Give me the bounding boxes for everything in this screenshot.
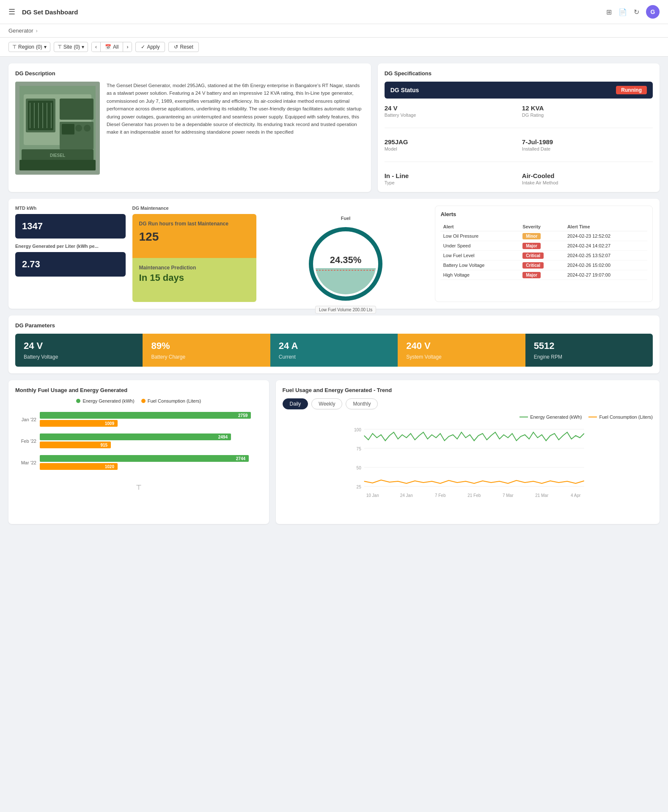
- trend-chart-svg-container: 100 75 50 25 10 Jan 24 Jan 7 Feb 21 Feb: [283, 423, 653, 517]
- bar-wrap-energy-feb22: 2494: [40, 433, 262, 440]
- dg-status-bar: DG Status Running: [385, 82, 653, 99]
- reset-button[interactable]: ↺ Reset: [168, 42, 198, 52]
- dg-maintenance-section: DG Maintenance DG Run hours from last Ma…: [132, 206, 256, 302]
- spec-divider-1: [385, 128, 653, 128]
- nav-prev-button[interactable]: ‹: [92, 42, 100, 52]
- spec-label-dg-rating: DG Rating: [522, 112, 653, 118]
- region-value: (0): [36, 44, 42, 50]
- maintenance-run-hours-card: DG Run hours from last Maintenance 125: [132, 214, 256, 258]
- param-battery-voltage: 24 V Battery Voltage: [15, 334, 143, 367]
- prediction-label: Maintenance Prediction: [139, 265, 250, 271]
- nav-period-label: All: [113, 44, 118, 50]
- trend-tab-daily[interactable]: Daily: [283, 398, 308, 409]
- param-value-battery-charge: 89%: [151, 340, 261, 351]
- trend-tab-monthly[interactable]: Monthly: [346, 398, 378, 409]
- date-nav-group: ‹ 📅 All ›: [91, 42, 132, 52]
- bar-label-mar22: Mar '22: [15, 460, 36, 465]
- refresh-icon[interactable]: ↻: [634, 8, 639, 16]
- bar-group-feb22: Feb '22 2494 915: [15, 433, 262, 448]
- funnel-icon: ⊤: [136, 484, 142, 491]
- spec-value-intake-air: Air-Cooled: [522, 172, 653, 179]
- fuel-label: Low Fuel Volume 200.00 Lts: [315, 306, 376, 314]
- region-filter[interactable]: ⊤ Region (0) ▾: [8, 42, 50, 52]
- svg-rect-16: [19, 160, 96, 170]
- dg-parameters-card: DG Parameters 24 V Battery Voltage 89% B…: [8, 315, 660, 373]
- spec-model: 295JAG Model: [385, 138, 515, 151]
- svg-point-13: [75, 125, 82, 132]
- alert-severity-3: Critical: [520, 251, 565, 261]
- filter-icon: ⊤: [12, 44, 16, 50]
- alert-row-5: High Voltage Major 2024-02-27 19:07:00: [440, 270, 647, 280]
- energy-line: [364, 432, 584, 441]
- site-chevron-icon: ▾: [82, 44, 84, 50]
- trend-legend-energy: Energy Generated (kWh): [520, 414, 582, 420]
- apply-button[interactable]: ✓ Apply: [135, 42, 165, 52]
- trend-legend-fuel-label: Fuel Consumption (Liters): [599, 414, 653, 420]
- trend-tab-weekly[interactable]: Weekly: [311, 398, 342, 409]
- trend-legend-energy-label: Energy Generated (kWh): [530, 414, 582, 420]
- alerts-section: Alerts Alert Severity Alert Time Low Oil…: [435, 206, 653, 302]
- spec-divider-2: [385, 162, 653, 162]
- fuel-section: Fuel 24.35% Low Fuel Volume: [263, 206, 429, 302]
- document-icon[interactable]: 📄: [619, 8, 627, 16]
- spec-label-type: Type: [385, 180, 515, 185]
- reset-icon: ↺: [174, 44, 178, 50]
- param-label-battery-voltage: Battery Voltage: [24, 354, 134, 360]
- bars-col-feb22: 2494 915: [40, 433, 262, 448]
- bar-fuel-jan22: 1009: [40, 420, 118, 427]
- legend-energy-label: Energy Generated (kWh): [82, 398, 134, 403]
- prediction-value: In 15 days: [139, 272, 250, 283]
- breadcrumb-generator-link[interactable]: Generator: [8, 27, 33, 34]
- nav-next-button[interactable]: ›: [123, 42, 132, 52]
- hamburger-menu-icon[interactable]: ☰: [8, 7, 15, 16]
- spec-label-battery-voltage: Battery Voltage: [385, 112, 515, 118]
- alerts-table: Alert Severity Alert Time Low Oil Pressu…: [440, 222, 647, 280]
- param-value-battery-voltage: 24 V: [24, 340, 134, 351]
- avatar[interactable]: G: [646, 5, 660, 19]
- run-hours-label: DG Run hours from last Maintenance: [139, 221, 250, 227]
- svg-text:21 Feb: 21 Feb: [467, 493, 481, 498]
- legend-energy-dot: [76, 399, 80, 403]
- grid-icon[interactable]: ⊞: [606, 8, 612, 16]
- site-filter[interactable]: ⊤ Site (0) ▾: [54, 42, 88, 52]
- svg-text:21 Mar: 21 Mar: [535, 493, 549, 498]
- alert-name-4: Battery Low Voltage: [440, 261, 520, 270]
- bar-wrap-energy-mar22: 2744: [40, 455, 262, 462]
- spec-value-model: 295JAG: [385, 138, 515, 145]
- bar-group-mar22: Mar '22 2744 1020: [15, 455, 262, 470]
- mtd-kwh-card: 1347: [15, 214, 126, 239]
- alert-time-1: 2024-02-23 12:52:02: [565, 231, 647, 241]
- param-label-system-voltage: System Voltage: [406, 354, 517, 360]
- trend-legend-fuel: Fuel Consumption (Liters): [588, 414, 653, 420]
- svg-rect-4: [28, 101, 53, 130]
- param-battery-charge: 89% Battery Charge: [143, 334, 270, 367]
- apply-check-icon: ✓: [141, 44, 145, 50]
- dg-status-label: DG Status: [390, 87, 419, 93]
- region-label: Region: [18, 44, 34, 50]
- severity-col-header: Severity: [520, 222, 565, 231]
- toolbar: ⊤ Region (0) ▾ ⊤ Site (0) ▾ ‹ 📅 All › ✓ …: [0, 38, 668, 57]
- severity-badge-critical-2: Critical: [522, 262, 544, 269]
- alert-severity-1: Minor: [520, 231, 565, 241]
- bar-wrap-fuel-jan22: 1009: [40, 420, 262, 427]
- param-current: 24 A Current: [270, 334, 398, 367]
- bar-chart: Jan '22 2759 1009: [15, 409, 262, 480]
- alert-col-header: Alert: [440, 222, 520, 231]
- param-label-battery-charge: Battery Charge: [151, 354, 261, 360]
- trend-tabs: Daily Weekly Monthly: [283, 398, 653, 409]
- chart-filter-icon[interactable]: ⊤: [15, 483, 262, 491]
- param-label-current: Current: [279, 354, 389, 360]
- alert-row-3: Low Fuel Level Critical 2024-02-25 13:52…: [440, 251, 647, 261]
- spec-value-installed-date: 7-Jul-1989: [522, 138, 653, 145]
- legend-fuel-dot: [141, 399, 146, 403]
- charts-row: Monthly Fuel Usage and Energy Generated …: [8, 380, 660, 524]
- spec-value-type: In - Line: [385, 172, 515, 179]
- legend-energy: Energy Generated (kWh): [76, 398, 134, 403]
- svg-text:50: 50: [356, 466, 361, 470]
- alert-severity-5: Major: [520, 270, 565, 280]
- bar-val-fuel-mar22: 1020: [105, 464, 116, 469]
- bars-col-jan22: 2759 1009: [40, 412, 262, 427]
- region-chevron-icon: ▾: [44, 44, 47, 50]
- trend-chart-svg: 100 75 50 25 10 Jan 24 Jan 7 Feb 21 Feb: [283, 423, 653, 516]
- svg-point-14: [84, 125, 91, 132]
